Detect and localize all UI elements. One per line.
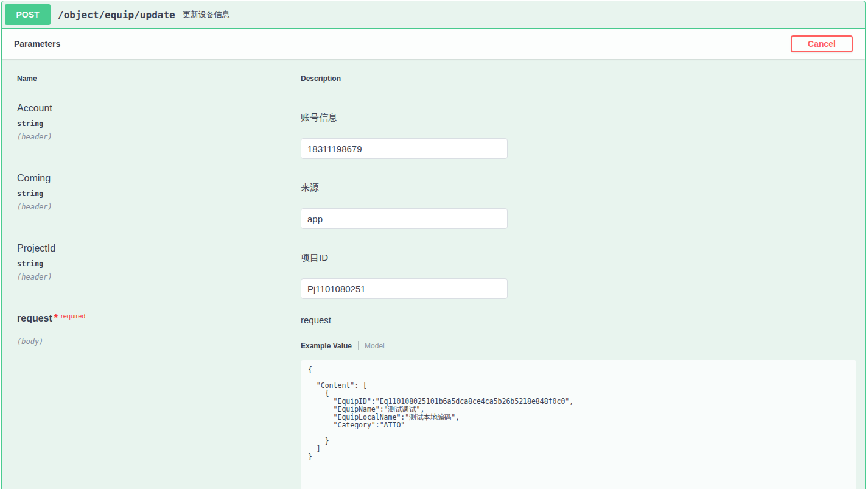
param-name: request*required [17,313,301,324]
param-type: string [17,259,301,268]
table-header-row: Name Description [17,74,856,94]
required-label: required [61,312,85,320]
param-name-text: request [17,313,52,323]
example-json-block: { "Content": [ { "EquipID":"Eq1101080251… [301,360,856,489]
projectid-input[interactable] [301,278,508,299]
parameters-title: Parameters [14,39,60,49]
param-row-projectid: ProjectId string (header) 项目ID [17,234,856,304]
param-meta: ProjectId string (header) [17,243,301,299]
column-header-name: Name [17,74,301,83]
param-description: request [301,315,856,325]
account-input[interactable] [301,138,508,159]
example-model-tabs: Example Value Model [301,341,856,350]
endpoint-path: /object/equip/update [58,9,175,21]
coming-input[interactable] [301,208,508,229]
param-description-cell: 账号信息 [301,103,856,159]
param-location: (header) [17,273,301,281]
param-row-coming: Coming string (header) 来源 [17,164,856,234]
param-type: string [17,119,301,128]
endpoint-description: 更新设备信息 [183,9,230,20]
param-row-account: Account string (header) 账号信息 [17,94,856,164]
param-name: ProjectId [17,243,301,254]
method-badge: POST [5,4,51,25]
tab-model[interactable]: Model [365,342,385,350]
param-description-cell: 项目ID [301,243,856,299]
param-location: (header) [17,203,301,211]
required-asterisk: * [54,313,58,323]
param-location: (header) [17,133,301,141]
param-description: 账号信息 [301,112,856,124]
param-description: 来源 [301,182,856,194]
param-location: (body) [17,337,301,346]
param-description-cell: 来源 [301,173,856,229]
opblock-post: POST /object/equip/update 更新设备信息 Paramet… [1,1,866,489]
param-row-request: request*required (body) request Example … [17,304,856,489]
param-name: Account [17,103,301,114]
param-description: 项目ID [301,252,856,264]
column-header-description: Description [301,74,856,83]
param-meta: request*required (body) [17,313,301,489]
endpoint-summary[interactable]: POST /object/equip/update 更新设备信息 [2,1,865,29]
param-type: string [17,189,301,198]
cancel-button[interactable]: Cancel [791,35,853,52]
param-description-cell: request Example Value Model { "Content":… [301,313,856,489]
parameters-body: Name Description Account string (header)… [2,59,865,489]
parameters-header: Parameters Cancel [2,29,865,59]
param-meta: Coming string (header) [17,173,301,229]
param-meta: Account string (header) [17,103,301,159]
tab-divider [358,341,359,350]
param-name: Coming [17,173,301,184]
tab-example-value[interactable]: Example Value [301,342,352,350]
